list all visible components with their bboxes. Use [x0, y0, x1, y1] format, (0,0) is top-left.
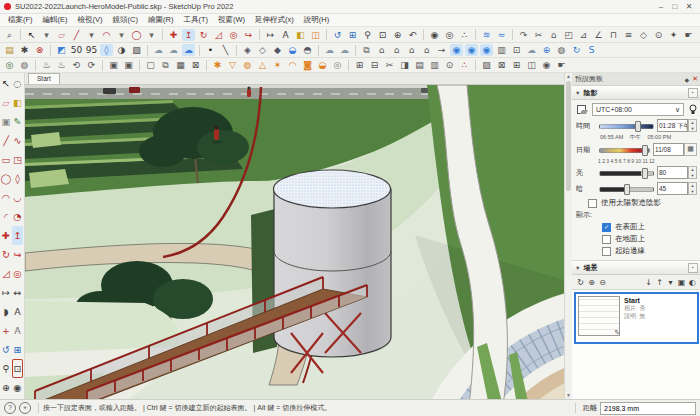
scene-tab-start[interactable]: Start — [28, 73, 60, 84]
render-disc-icon[interactable]: ◙ — [301, 59, 314, 71]
light-slider-handle[interactable] — [642, 168, 648, 179]
monitor-icon[interactable]: ▣ — [107, 59, 120, 71]
move-scene-up-icon[interactable]: ↑ — [654, 278, 665, 287]
extension-2-icon[interactable]: ◍ — [18, 59, 31, 71]
menu-window[interactable]: 視窗(W) — [213, 14, 250, 26]
3d-text-tool-icon[interactable]: A — [12, 321, 23, 340]
scene-thumbnail[interactable]: ✎ — [578, 296, 620, 336]
paint-bucket-icon[interactable]: ◧ — [294, 29, 307, 41]
polygon-tool-icon[interactable]: ◊ — [12, 169, 23, 188]
paint-bucket-icon[interactable]: ◧ — [12, 93, 23, 112]
display-from-edges-checkbox[interactable]: 起始邊緣 — [602, 246, 697, 256]
dark-spinner[interactable]: ▲▼ — [688, 182, 697, 195]
scissors-icon[interactable]: ✂ — [383, 59, 396, 71]
move-tool-icon[interactable]: ✚ — [167, 29, 180, 41]
render-dome-icon[interactable]: ◠ — [286, 59, 299, 71]
orbit-tool-icon[interactable]: ↺ — [331, 29, 344, 41]
measurement-input[interactable] — [600, 402, 696, 415]
display-on-faces-checkbox[interactable]: 在表面上 — [602, 222, 697, 232]
offset-tool-icon[interactable]: ◎ — [12, 264, 23, 283]
select-tool-icon[interactable]: ↖ — [1, 74, 12, 93]
grid-plus-icon[interactable]: ⊞ — [510, 59, 523, 71]
shadow-toggle-icon[interactable]: ◩ — [55, 44, 68, 56]
sphere-view-2-icon[interactable]: ◉ — [465, 44, 478, 56]
minimize-button[interactable]: – — [654, 1, 668, 13]
push-pull-tool-icon[interactable]: ↥ — [12, 226, 23, 245]
arc-tool-icon[interactable]: ◠ — [100, 29, 113, 41]
select-tool-icon[interactable]: ↖ — [25, 29, 38, 41]
stamp-tool-icon[interactable]: ▣ — [1, 112, 12, 131]
cylinder-tower[interactable] — [274, 170, 392, 357]
refresh-icon[interactable]: ⟳ — [85, 59, 98, 71]
target-icon[interactable]: ⊙ — [652, 29, 665, 41]
style-textured-icon[interactable]: ◒ — [286, 44, 299, 56]
show-hide-details-icon[interactable]: ◐ — [687, 278, 698, 287]
endpoint-icon[interactable]: • — [204, 44, 217, 56]
steering-icon[interactable]: ◉ — [540, 59, 553, 71]
dark-slider[interactable] — [599, 184, 654, 193]
zoom-tool-icon[interactable]: ⚲ — [1, 359, 12, 378]
axes-tool-icon[interactable]: + — [1, 321, 12, 340]
rotate-tool-icon[interactable]: ↻ — [197, 29, 210, 41]
time-slider[interactable] — [599, 121, 654, 130]
scale-tool-icon[interactable]: ◿ — [212, 29, 225, 41]
follow-me-tool-icon[interactable]: ↪ — [12, 245, 23, 264]
line-tool-icon[interactable]: ╱ — [70, 29, 83, 41]
maximize-button[interactable]: □ — [668, 1, 682, 13]
angle-icon[interactable]: ∠ — [592, 29, 605, 41]
lock-icon[interactable]: ⊠ — [189, 59, 202, 71]
circle-tool-icon[interactable]: ◯ — [1, 169, 12, 188]
redo-icon[interactable]: ↷ — [517, 29, 530, 41]
rotate-tool-icon[interactable]: ↻ — [1, 245, 12, 264]
page-icon[interactable]: ▤ — [413, 59, 426, 71]
freehand-tool-icon[interactable]: ∿ — [12, 131, 23, 150]
geo-cloud-icon[interactable]: ☁ — [338, 44, 351, 56]
text-tool-icon[interactable]: A — [12, 302, 23, 321]
scroll-up-icon[interactable]: ▲ — [566, 73, 571, 80]
scroll-down-icon[interactable]: ▼ — [566, 392, 571, 399]
pin-icon[interactable]: ◆ — [685, 76, 690, 83]
zoom-extents-icon[interactable]: ⊕ — [1, 378, 12, 397]
scatter-icon[interactable]: ∴ — [458, 59, 471, 71]
pan-tool-icon[interactable]: ⊞ — [346, 29, 359, 41]
use-sun-checkbox-row[interactable]: 使用太陽製造陰影 — [588, 198, 697, 208]
hand-point-icon[interactable]: ☛ — [682, 29, 695, 41]
arrow-right-icon[interactable]: → — [435, 44, 448, 56]
display-on-ground-checkbox[interactable]: 在地面上 — [602, 234, 697, 244]
swirl-icon[interactable]: ⟲ — [70, 59, 83, 71]
shade-hatch-icon[interactable]: ▨ — [130, 44, 143, 56]
daylight-bulb-icon[interactable] — [688, 104, 697, 115]
menu-camera[interactable]: 鏡頭(C) — [108, 14, 143, 26]
grid-hatch-icon[interactable]: ▨ — [480, 59, 493, 71]
render-glass-icon[interactable]: ▽ — [226, 59, 239, 71]
new-folder-icon[interactable]: ▥ — [495, 44, 508, 56]
zoom-window-icon[interactable]: ⊡ — [12, 359, 23, 378]
globe-2-icon[interactable]: ◍ — [555, 44, 568, 56]
teapot-2-icon[interactable]: ♨ — [55, 59, 68, 71]
menu-edit[interactable]: 編輯(E) — [38, 14, 73, 26]
dimension-tool-icon[interactable]: ↔ — [12, 283, 23, 302]
rectangle-tool-icon[interactable]: ▭ — [1, 150, 12, 169]
help-icon[interactable]: ? — [4, 402, 16, 414]
sphere-view-icon[interactable]: ◉ — [450, 44, 463, 56]
shadows-section-header[interactable]: ▼ 陰影 ▪ — [572, 86, 700, 100]
sparkle-icon[interactable]: ✦ — [667, 29, 680, 41]
hand-cursor-icon[interactable]: ☛ — [555, 59, 568, 71]
protractor-tool-icon[interactable]: ◗ — [1, 302, 12, 321]
settings-gear-icon[interactable]: ✱ — [18, 44, 31, 56]
cloud-download-icon[interactable]: ☁ — [152, 44, 165, 56]
dark-slider-handle[interactable] — [624, 184, 630, 195]
toggle-shadows-icon[interactable] — [576, 104, 588, 115]
menu-view[interactable]: 檢視(V) — [73, 14, 108, 26]
shadow-drop-icon[interactable]: ◊ — [100, 44, 113, 56]
time-value[interactable]: 01:28 下午 — [657, 119, 688, 132]
zoom-window-icon[interactable]: ⊡ — [376, 29, 389, 41]
shapes-tool-icon[interactable]: ◯ — [130, 29, 143, 41]
arc-tool-icon[interactable]: ◡ — [12, 188, 23, 207]
extension-1-icon[interactable]: ◎ — [3, 59, 16, 71]
previous-view-icon[interactable]: ↶ — [406, 29, 419, 41]
line-tool-icon[interactable]: ╱ — [1, 131, 12, 150]
car[interactable] — [103, 88, 116, 94]
shadows-off-icon[interactable]: ⊗ — [33, 44, 46, 56]
box-icon[interactable]: ⊞ — [353, 59, 366, 71]
